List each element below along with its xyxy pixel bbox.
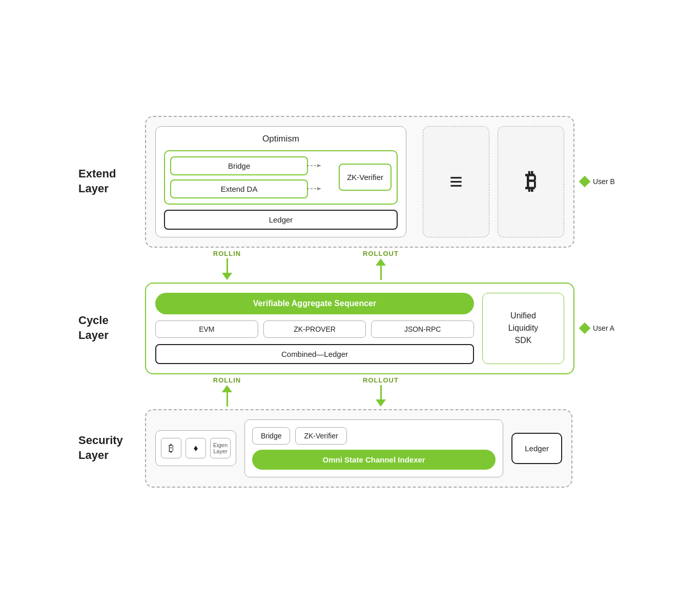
rollout-stem	[380, 266, 382, 280]
arrows-extend-cycle: ROLLIN ROLLOUT	[78, 248, 622, 283]
extend-layer-content: Optimism Bridge	[145, 116, 574, 248]
zk-verifier-sec-box: ZK-Verifier	[295, 427, 346, 445]
cycle-layer-label: CycleLayer	[78, 313, 145, 343]
rollin2-stem	[227, 392, 228, 407]
rollout-arrow-up: ROLLOUT	[309, 250, 452, 280]
json-rpc-box: JSON-RPC	[371, 320, 474, 338]
cycle-layer-row: CycleLayer Verifiable Aggregate Sequence…	[78, 283, 622, 374]
extend-inner: Optimism Bridge	[155, 126, 564, 237]
rollin-arrow-up: ROLLIN	[145, 376, 309, 407]
solana-icon: ≡	[449, 170, 463, 193]
bridge-arrow	[307, 162, 321, 169]
solana-box: ≡	[423, 126, 489, 237]
ethereum-icon-security: ♦	[186, 438, 206, 458]
extendda-arrow	[307, 185, 321, 192]
zk-prover-box: ZK-PROVER	[263, 320, 366, 338]
arrows-cycle-security: ROLLIN ROLLOUT	[78, 374, 622, 409]
extend-da-box: Extend DA	[170, 179, 308, 198]
user-a-diamond	[579, 323, 591, 334]
extend-layer-row: Extend Layer Optimism Bridge	[78, 116, 622, 248]
rollin-arrowhead	[222, 273, 232, 280]
rollin-stem	[227, 258, 228, 273]
cycle-left: Verifiable Aggregate Sequencer EVM ZK-PR…	[155, 293, 474, 364]
security-layer-label: SecurityLayer	[78, 433, 145, 463]
bridge-box: Bridge	[170, 156, 308, 175]
omni-btn: Omni State Channel Indexer	[252, 450, 496, 470]
bitcoin-box: ₿	[498, 126, 564, 237]
security-layer-content: ₿ ♦ EigenLayer Bridge ZK-Verifier Omni	[145, 409, 572, 488]
security-outer-box: ₿ ♦ EigenLayer Bridge ZK-Verifier Omni	[145, 409, 572, 488]
extend-layer-label: Extend Layer	[78, 167, 145, 196]
security-icons-box: ₿ ♦ EigenLayer	[155, 430, 236, 466]
sequencer-btn: Verifiable Aggregate Sequencer	[155, 293, 474, 314]
eigen-icon-security: EigenLayer	[210, 438, 231, 458]
optimism-inner-box: Bridge Extend DA	[164, 150, 398, 205]
cycle-layer-content: Verifiable Aggregate Sequencer EVM ZK-PR…	[145, 283, 574, 374]
btc-symbol: ₿	[169, 443, 174, 454]
optimism-container: Optimism Bridge	[155, 126, 406, 237]
combined-ledger-box: Combined—Ledger	[155, 344, 474, 364]
rollin-arrow-down: ROLLIN	[145, 250, 309, 280]
extend-dashed-box: Optimism Bridge	[145, 116, 574, 248]
bitcoin-icon-security: ₿	[161, 438, 181, 458]
rollout-arrow-down: ROLLOUT	[309, 376, 452, 407]
optimism-wrapper: Optimism Bridge	[155, 126, 406, 237]
rollin2-arrowhead	[222, 385, 232, 392]
security-ledger-box: Ledger	[511, 433, 562, 464]
bitcoin-icon-extend: ₿	[525, 169, 537, 194]
optimism-left-items: Bridge Extend DA	[170, 156, 308, 198]
zk-verifier-box-extend: ZK-Verifier	[339, 164, 392, 191]
security-layer-row: SecurityLayer ₿ ♦ EigenLayer	[78, 409, 622, 488]
user-b-diamond	[579, 176, 591, 188]
svg-marker-1	[317, 164, 321, 167]
cycle-components-row: EVM ZK-PROVER JSON-RPC	[155, 320, 474, 338]
eigen-symbol: EigenLayer	[213, 442, 228, 454]
svg-marker-3	[317, 187, 321, 190]
rollout2-stem	[380, 385, 382, 399]
eth-symbol: ♦	[193, 443, 198, 454]
bridge-sec-box: Bridge	[252, 427, 290, 445]
optimism-title: Optimism	[164, 134, 398, 144]
unified-liquidity-box: Unified Liquidity SDK	[482, 293, 564, 364]
evm-box: EVM	[155, 320, 258, 338]
user-a-label: User A	[581, 324, 622, 332]
cycle-outer-box: Verifiable Aggregate Sequencer EVM ZK-PR…	[145, 283, 574, 374]
ledger-box-extend: Ledger	[164, 210, 398, 230]
user-b-label: User B	[581, 177, 622, 186]
diagram-container: Extend Layer Optimism Bridge	[68, 95, 632, 508]
rollout2-arrowhead	[376, 399, 386, 407]
security-middle-box: Bridge ZK-Verifier Omni State Channel In…	[244, 419, 503, 477]
security-top-row: Bridge ZK-Verifier	[252, 427, 496, 445]
rollout-arrowhead-up	[376, 258, 386, 266]
